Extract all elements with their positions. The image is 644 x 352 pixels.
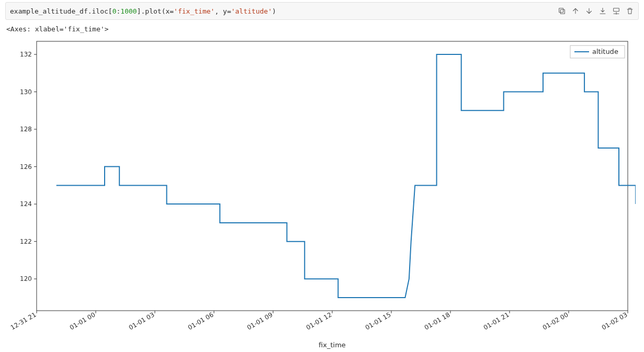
code-token: = [227, 7, 231, 15]
code-token: ]. [137, 7, 145, 15]
svg-rect-0 [560, 9, 564, 14]
x-axis: 12-31 2101-01 0001-01 0301-01 0601-01 09… [9, 311, 629, 332]
y-tick-label: 120 [20, 275, 32, 282]
x-axis-label: fix_time [319, 341, 346, 349]
x-tick-label: 12-31 21 [9, 311, 38, 331]
cell-toolbar [558, 7, 634, 15]
code-token: = [170, 7, 174, 15]
code-token: y [223, 7, 227, 15]
legend-label: altitude [592, 48, 618, 55]
x-tick-label: 01-01 09 [246, 311, 274, 331]
copy-icon[interactable] [558, 7, 566, 15]
y-tick-label: 126 [20, 163, 32, 171]
x-tick-label: 01-01 12 [305, 311, 333, 331]
code-token: iloc [92, 7, 108, 15]
x-tick-label: 01-02 03 [601, 311, 629, 331]
x-tick-label: 01-01 21 [482, 311, 511, 331]
insert-below-icon[interactable] [612, 7, 620, 15]
y-tick-label: 128 [20, 126, 32, 133]
y-tick-label: 122 [20, 238, 32, 245]
code-token: , [214, 7, 223, 15]
plot-area [37, 41, 628, 311]
x-tick-label: 01-01 06 [187, 311, 215, 331]
notebook-cell: example_altitude_df.iloc[0:1000].plot(x=… [0, 0, 644, 352]
x-tick-label: 01-01 03 [128, 311, 156, 331]
y-tick-label: 124 [20, 200, 32, 208]
x-tick-label: 01-01 00 [69, 311, 97, 331]
code-input[interactable]: example_altitude_df.iloc[0:1000].plot(x=… [10, 7, 558, 15]
code-input-row: example_altitude_df.iloc[0:1000].plot(x=… [5, 2, 639, 20]
move-up-icon[interactable] [571, 7, 580, 15]
code-token: . [88, 7, 92, 15]
svg-rect-1 [559, 8, 563, 13]
move-down-icon[interactable] [585, 7, 593, 15]
code-token: 'fix_time' [174, 7, 214, 15]
delete-icon[interactable] [626, 7, 634, 15]
x-tick-label: 01-02 00 [541, 311, 570, 331]
y-tick-label: 130 [20, 88, 32, 96]
code-token: 1000 [120, 7, 137, 15]
x-tick-label: 01-01 15 [364, 311, 392, 331]
y-axis: 120122124126128130132 [20, 51, 37, 282]
x-tick-label: 01-01 18 [423, 311, 451, 331]
output-repr: <Axes: xlabel='fix_time'> [5, 20, 639, 36]
download-icon[interactable] [598, 7, 607, 15]
code-token: ) [272, 7, 276, 15]
svg-rect-2 [614, 8, 619, 12]
altitude-series-line [57, 54, 636, 298]
plot-border [37, 41, 628, 311]
chart-figure: 120122124126128130132 12-31 2101-01 0001… [5, 36, 636, 350]
chart-svg: 120122124126128130132 12-31 2101-01 0001… [5, 36, 636, 350]
code-token: [ [108, 7, 112, 15]
code-token: 0 [112, 7, 117, 15]
y-tick-label: 132 [20, 51, 32, 58]
code-token: plot [145, 7, 161, 15]
code-token: example_altitude_df [10, 7, 88, 15]
code-token: 'altitude' [231, 7, 272, 15]
legend: altitude [570, 46, 625, 58]
